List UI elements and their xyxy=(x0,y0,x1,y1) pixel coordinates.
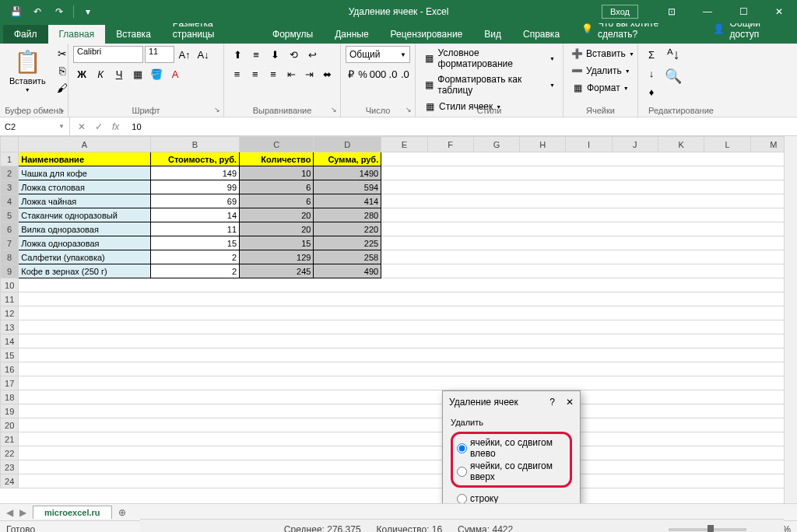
fx-icon[interactable]: fx xyxy=(112,121,119,132)
sort-filter-icon[interactable]: ᴬ↓ xyxy=(665,46,682,63)
redo-icon[interactable]: ↷ xyxy=(50,2,68,21)
merge-icon[interactable]: ⬌ xyxy=(319,65,335,82)
tab-file[interactable]: Файл xyxy=(3,25,48,44)
tab-view[interactable]: Вид xyxy=(473,25,512,44)
col-header[interactable]: H xyxy=(520,137,566,152)
cell[interactable]: Стоимость, руб. xyxy=(150,152,239,166)
insert-cells-button[interactable]: ➕Вставить▼ xyxy=(568,46,633,61)
close-icon[interactable]: ✕ xyxy=(566,397,574,408)
percent-icon[interactable]: % xyxy=(357,65,367,82)
format-as-table-button[interactable]: ▦Форматировать как таблицу▼ xyxy=(420,72,558,97)
clipboard-launcher-icon[interactable]: ↘ xyxy=(58,106,65,114)
row-header[interactable]: 1 xyxy=(1,152,19,166)
indent-inc-icon[interactable]: ⇥ xyxy=(301,65,318,82)
radio-shift-up[interactable]: ячейки, со сдвигом вверх xyxy=(457,460,566,483)
underline-icon[interactable]: Ч xyxy=(111,65,128,82)
sheet-tab[interactable]: microexcel.ru xyxy=(33,506,112,519)
col-header[interactable]: J xyxy=(612,137,658,152)
row-header[interactable]: 8 xyxy=(1,250,19,264)
align-left-icon[interactable]: ≡ xyxy=(229,65,245,82)
ribbon-options-icon[interactable]: ⊡ xyxy=(654,0,690,23)
fill-color-icon[interactable]: 🪣 xyxy=(148,65,165,82)
align-top-icon[interactable]: ⬆ xyxy=(229,46,246,63)
decrease-font-icon[interactable]: A↓ xyxy=(195,46,212,63)
spreadsheet-grid[interactable]: A B C D E F G H I J K L M 1НаименованиеС… xyxy=(0,136,797,488)
font-size-select[interactable]: 11 xyxy=(145,46,174,63)
zoom-slider[interactable] xyxy=(669,528,746,531)
inc-decimal-icon[interactable]: .0 xyxy=(388,65,398,82)
col-header[interactable]: C xyxy=(240,137,314,152)
help-icon[interactable]: ? xyxy=(549,397,555,408)
col-header[interactable]: I xyxy=(566,137,612,152)
italic-icon[interactable]: К xyxy=(92,65,109,82)
row-header[interactable]: 3 xyxy=(1,180,19,194)
row-header[interactable]: 6 xyxy=(1,222,19,236)
delete-cells-button[interactable]: ➖Удалить▼ xyxy=(568,63,633,79)
add-sheet-icon[interactable]: ⊕ xyxy=(112,507,132,518)
bold-icon[interactable]: Ж xyxy=(73,65,90,82)
align-center-icon[interactable]: ≡ xyxy=(247,65,263,82)
cancel-formula-icon[interactable]: ✕ xyxy=(78,121,86,132)
select-all-corner[interactable] xyxy=(1,137,19,152)
paste-button[interactable]: 📋 Вставить ▼ xyxy=(5,46,51,96)
number-format-select[interactable]: Общий▼ xyxy=(346,46,410,63)
col-header[interactable]: E xyxy=(381,137,427,152)
find-select-icon[interactable]: 🔍 xyxy=(665,68,682,85)
col-header[interactable]: L xyxy=(704,137,750,152)
row-header[interactable]: 7 xyxy=(1,236,19,250)
tab-insert[interactable]: Вставка xyxy=(105,25,162,44)
undo-icon[interactable]: ↶ xyxy=(28,2,47,21)
radio-shift-left[interactable]: ячейки, со сдвигом влево xyxy=(457,436,566,460)
col-header[interactable]: A xyxy=(19,137,150,152)
row-header[interactable]: 4 xyxy=(1,194,19,208)
row-header[interactable]: 9 xyxy=(1,264,19,278)
cell[interactable]: Наименование xyxy=(19,152,150,166)
orientation-icon[interactable]: ⟲ xyxy=(285,46,302,63)
currency-icon[interactable]: ₽ xyxy=(346,65,356,82)
maximize-icon[interactable]: ☐ xyxy=(725,0,761,23)
fill-icon[interactable]: ↓ xyxy=(643,65,660,82)
row-header[interactable]: 2 xyxy=(1,166,19,180)
sheet-nav-prev-icon[interactable]: ◀ xyxy=(6,507,13,518)
align-bottom-icon[interactable]: ⬇ xyxy=(266,46,283,63)
clear-icon[interactable]: ♦ xyxy=(643,83,660,100)
col-header[interactable]: G xyxy=(473,137,519,152)
font-color-icon[interactable]: A xyxy=(167,65,184,82)
name-box[interactable]: ▼ xyxy=(0,117,70,135)
cell[interactable]: Количество xyxy=(240,152,314,166)
formula-input[interactable]: 10 xyxy=(127,122,797,131)
minimize-icon[interactable]: ― xyxy=(690,0,725,23)
tab-data[interactable]: Данные xyxy=(324,25,379,44)
font-name-select[interactable]: Calibri xyxy=(73,46,143,63)
dec-decimal-icon[interactable]: .0 xyxy=(400,65,410,82)
increase-font-icon[interactable]: A↑ xyxy=(176,46,193,63)
col-header[interactable]: F xyxy=(427,137,473,152)
font-launcher-icon[interactable]: ↘ xyxy=(214,106,220,114)
align-middle-icon[interactable]: ≡ xyxy=(248,46,265,63)
login-button[interactable]: Вход xyxy=(602,5,638,19)
indent-dec-icon[interactable]: ⇤ xyxy=(283,65,300,82)
tab-review[interactable]: Рецензирование xyxy=(380,25,474,44)
tab-formulas[interactable]: Формулы xyxy=(262,25,324,44)
col-header[interactable]: K xyxy=(658,137,704,152)
wrap-text-icon[interactable]: ↩ xyxy=(304,46,321,63)
close-icon[interactable]: ✕ xyxy=(761,0,797,23)
tab-home[interactable]: Главная xyxy=(48,25,106,44)
cell[interactable]: Сумма, руб. xyxy=(314,152,381,166)
align-launcher-icon[interactable]: ↘ xyxy=(331,106,337,114)
save-icon[interactable]: 💾 xyxy=(6,2,25,21)
radio-entire-row[interactable]: строку xyxy=(451,492,572,503)
enter-formula-icon[interactable]: ✓ xyxy=(95,121,103,132)
row-header[interactable]: 5 xyxy=(1,208,19,222)
col-header[interactable]: B xyxy=(150,137,239,152)
thousands-icon[interactable]: 000 xyxy=(370,65,387,82)
tab-help[interactable]: Справка xyxy=(512,25,571,44)
conditional-formatting-button[interactable]: ▦Условное форматирование▼ xyxy=(420,46,558,71)
align-right-icon[interactable]: ≡ xyxy=(265,65,281,82)
col-header[interactable]: D xyxy=(314,137,381,152)
sheet-nav-next-icon[interactable]: ▶ xyxy=(19,507,26,518)
border-icon[interactable]: ▦ xyxy=(129,65,146,82)
vertical-scrollbar[interactable] xyxy=(784,136,797,503)
format-cells-button[interactable]: ▦Формат▼ xyxy=(568,80,633,96)
autosum-icon[interactable]: Σ xyxy=(643,46,660,63)
